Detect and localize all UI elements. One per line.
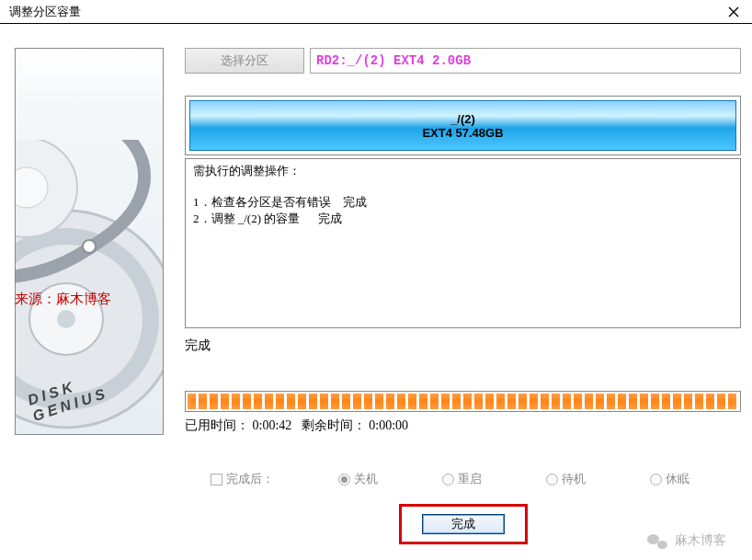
sidebar-image-panel: DISK GENIUS 来源：麻木博客 (15, 48, 166, 560)
status-text: 完成 (185, 337, 741, 354)
option-hibernate[interactable]: 休眠 (650, 471, 689, 487)
close-button[interactable] (721, 3, 746, 21)
done-button[interactable]: 完成 (422, 514, 505, 534)
radio-icon (546, 474, 558, 486)
option-restart[interactable]: 重启 (442, 471, 482, 487)
radio-icon (442, 474, 454, 486)
partition-name: _/(2) (450, 112, 475, 126)
option-standby[interactable]: 待机 (546, 471, 586, 487)
select-partition-button[interactable]: 选择分区 (185, 48, 304, 74)
checkbox-icon (211, 474, 222, 486)
after-completion-checkbox[interactable]: 完成后： (211, 471, 274, 487)
after-completion-options: 完成后： 关机 重启 待机 休眠 (185, 471, 741, 487)
progress-bar (185, 391, 741, 412)
radio-icon (338, 474, 350, 486)
wechat-icon (647, 532, 667, 549)
watermark-footer: 麻木博客 (647, 532, 726, 549)
svg-point-3 (57, 310, 75, 328)
partition-fs-size: EXT4 57.48GB (422, 126, 503, 140)
svg-point-6 (83, 240, 96, 253)
time-info: 已用时间： 0:00:42 剩余时间： 0:00:00 (185, 417, 741, 434)
radio-icon (650, 474, 662, 486)
option-shutdown[interactable]: 关机 (338, 471, 378, 487)
done-button-highlight: 完成 (399, 504, 528, 544)
operation-log: 需执行的调整操作： 1．检查各分区是否有错误 完成 2．调整 _/(2) 的容量… (185, 158, 741, 328)
title-bar: 调整分区容量 (0, 0, 752, 24)
partition-visual: _/(2) EXT4 57.48GB (185, 96, 741, 155)
watermark-source: 来源：麻木博客 (15, 291, 111, 308)
window-title: 调整分区容量 (9, 4, 721, 20)
partition-path-field: RD2:_/(2) EXT4 2.0GB (310, 48, 741, 74)
